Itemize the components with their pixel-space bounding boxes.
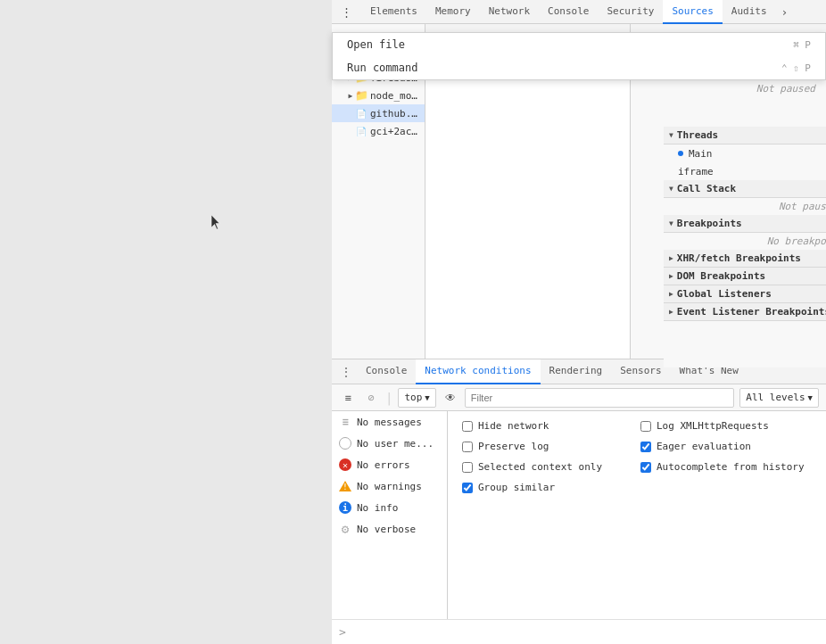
checkbox-eager-eval[interactable]: Eager evaluation xyxy=(640,441,812,452)
call-stack-label: Call Stack xyxy=(677,183,736,194)
settings-col-left-3: Selected context only xyxy=(462,461,633,473)
console-menu-icon[interactable]: ≡ xyxy=(339,389,357,407)
open-file-dropdown: Open file ⌘ P Run command ⌃ ⇧ P xyxy=(425,32,630,80)
autocomplete-checkbox[interactable] xyxy=(640,462,651,473)
console-input-row: > xyxy=(332,619,826,644)
checkbox-hide-network[interactable]: Hide network xyxy=(462,420,633,432)
tab-memory[interactable]: Memory xyxy=(426,0,480,24)
group-similar-checkbox[interactable] xyxy=(462,483,473,493)
tree-item-nodemo[interactable]: ▶ 📁 node_mo... xyxy=(332,87,425,104)
tab-bar: ⋮ Elements Memory Network Console Securi… xyxy=(332,0,826,24)
hide-network-checkbox[interactable] xyxy=(462,421,473,432)
call-stack-status: Not paused xyxy=(664,198,826,215)
svg-text:!: ! xyxy=(343,483,348,491)
network-conditions-panel: ≡ No messages No user me... ✕ No errors xyxy=(332,411,826,619)
autocomplete-label: Autocomplete from history xyxy=(657,461,805,473)
messages-icon: ≡ xyxy=(339,416,351,428)
log-xmlhttp-checkbox[interactable] xyxy=(640,421,651,432)
filter-input[interactable] xyxy=(465,388,735,408)
tab-elements[interactable]: Elements xyxy=(361,0,426,24)
settings-row-1: Hide network Log XMLHttpRequests xyxy=(462,420,812,432)
file-icon-github: 📄 xyxy=(355,107,368,120)
log-item-messages[interactable]: ≡ No messages xyxy=(332,411,447,433)
log-item-errors[interactable]: ✕ No errors xyxy=(332,454,447,475)
not-paused-label: Not paused xyxy=(631,79,826,98)
settings-col-left-1: Hide network xyxy=(462,420,633,432)
selected-context-label: Selected context only xyxy=(478,461,602,473)
call-stack-arrow: ▼ xyxy=(669,185,673,193)
tree-item-github[interactable]: 📄 github.htr... xyxy=(332,104,425,122)
tab-network-conditions[interactable]: Network conditions xyxy=(416,359,540,384)
preserve-log-checkbox[interactable] xyxy=(462,442,473,452)
checkbox-selected-context[interactable]: Selected context only xyxy=(462,461,633,473)
tree-item-gci[interactable]: 📄 gci+2acl... xyxy=(332,122,425,140)
eye-icon[interactable]: 👁 xyxy=(442,389,459,407)
tab-network[interactable]: Network xyxy=(480,0,539,24)
event-arrow: ▶ xyxy=(669,308,673,316)
call-stack-section-header[interactable]: ▼ Call Stack xyxy=(664,180,826,198)
dom-label: DOM Breakpoints xyxy=(677,270,765,282)
context-selector[interactable]: top ▼ xyxy=(398,388,435,408)
xhr-breakpoints-header[interactable]: ▶ XHR/fetch Breakpoints xyxy=(664,250,826,268)
log-item-verbose[interactable]: ⚙ No verbose xyxy=(332,518,447,540)
thread-main[interactable]: Main xyxy=(664,144,826,162)
log-label-warnings: No warnings xyxy=(357,481,422,492)
devtools-panel: ⋮ Elements Memory Network Console Securi… xyxy=(332,0,826,644)
checkbox-autocomplete[interactable]: Autocomplete from history xyxy=(640,461,812,473)
breakpoints-arrow: ▼ xyxy=(669,219,673,227)
bottom-panel: ⋮ Console Network conditions Rendering S… xyxy=(332,359,826,644)
tree-label-github: github.htr... xyxy=(370,108,421,120)
console-input[interactable] xyxy=(351,627,819,638)
log-item-warnings[interactable]: ! No warnings xyxy=(332,475,447,497)
tree-arrow-nodemo: ▶ xyxy=(346,91,355,100)
thread-iframe[interactable]: iframe xyxy=(664,162,826,180)
settings-col-left-4: Group similar xyxy=(462,482,812,493)
folder-icon-nodemo: 📁 xyxy=(355,89,368,102)
threads-arrow: ▼ xyxy=(669,131,673,139)
log-item-user[interactable]: No user me... xyxy=(332,433,447,454)
file-icon-gci: 📄 xyxy=(355,125,368,137)
eager-eval-checkbox[interactable] xyxy=(640,442,651,452)
bottom-more-icon[interactable]: ⋮ xyxy=(335,362,357,382)
tab-console-bottom[interactable]: Console xyxy=(357,359,416,384)
checkbox-group-similar[interactable]: Group similar xyxy=(462,482,812,493)
tab-rendering[interactable]: Rendering xyxy=(541,359,612,384)
checkbox-log-xmlhttp[interactable]: Log XMLHttpRequests xyxy=(640,420,812,432)
thread-iframe-label: iframe xyxy=(678,166,714,178)
console-toolbar: ≡ ⊘ | top ▼ 👁 All levels ▼ xyxy=(332,384,826,411)
level-selector[interactable]: All levels ▼ xyxy=(739,388,819,408)
dom-breakpoints-header[interactable]: ▶ DOM Breakpoints xyxy=(664,268,826,285)
tab-overflow-icon[interactable]: › xyxy=(776,2,794,22)
group-similar-label: Group similar xyxy=(478,482,555,493)
warning-icon: ! xyxy=(339,480,351,492)
main-layout: ≫ ⊡ ▼ ⬜ top ▶ 📁 firebasejs xyxy=(332,24,826,644)
tab-sources[interactable]: Sources xyxy=(663,0,722,24)
event-listener-breakpoints-header[interactable]: ▶ Event Listener Breakpoints xyxy=(664,303,826,321)
checkbox-preserve-log[interactable]: Preserve log xyxy=(462,441,633,452)
global-label: Global Listeners xyxy=(677,288,772,300)
left-gray-area xyxy=(0,0,332,644)
log-label-errors: No errors xyxy=(357,459,410,471)
tab-security[interactable]: Security xyxy=(598,0,663,24)
selected-context-checkbox[interactable] xyxy=(462,462,473,473)
tab-console[interactable]: Console xyxy=(539,0,598,24)
level-value: All levels xyxy=(746,392,805,403)
tab-audits[interactable]: Audits xyxy=(723,0,776,24)
network-settings-area: Hide network Log XMLHttpRequests xyxy=(448,411,826,619)
dom-arrow: ▶ xyxy=(669,272,673,280)
settings-col-right-2: Eager evaluation xyxy=(640,441,812,452)
devtools-more-icon[interactable]: ⋮ xyxy=(335,2,358,22)
hide-network-label: Hide network xyxy=(478,420,549,432)
breakpoints-section-header[interactable]: ▼ Breakpoints xyxy=(664,215,826,233)
sources-middle-pane: ⊣ Open file ⌘ P Run command ⌃ ⇧ P xyxy=(425,24,630,359)
open-file-item[interactable]: Open file ⌘ P xyxy=(425,33,630,56)
console-clear-icon[interactable]: ⊘ xyxy=(362,389,380,407)
global-listeners-header[interactable]: ▶ Global Listeners xyxy=(664,285,826,303)
log-item-info[interactable]: i No info xyxy=(332,497,447,518)
tab-sensors[interactable]: Sensors xyxy=(611,359,670,384)
context-value: top xyxy=(404,392,422,403)
log-label-info: No info xyxy=(357,502,398,514)
threads-section-header[interactable]: ▼ Threads xyxy=(664,127,826,144)
tree-label-gci: gci+2acl... xyxy=(370,126,421,137)
run-command-item[interactable]: Run command ⌃ ⇧ P xyxy=(425,56,630,79)
